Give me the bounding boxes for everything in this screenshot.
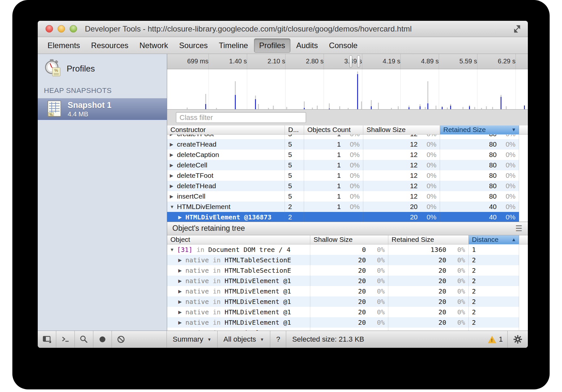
snapshot-item[interactable]: % Snapshot 1 4.4 MB [38, 98, 167, 120]
tree-column-header-distance[interactable]: Distance▲ [469, 235, 519, 244]
tree-shallow-size-cell-value: 20 [310, 319, 366, 326]
expand-arrow-icon[interactable]: ▶ [176, 299, 185, 304]
column-header-d-[interactable]: D... [285, 125, 304, 135]
expand-arrow-icon[interactable]: ▶ [176, 320, 185, 325]
constructor-row[interactable]: ▶deleteTHead510%120%800% [167, 181, 528, 191]
retainer-object-name: HTMLTableSectionE [224, 256, 291, 264]
profiles-label: Profiles [67, 64, 95, 74]
retainer-object-name: HTMLDivElement @1 [224, 319, 291, 326]
retained-size-cell: 800% [440, 170, 519, 181]
histogram-bar-total [258, 104, 259, 109]
tab-profiles[interactable]: Profiles [254, 38, 290, 53]
histogram-bar-total [492, 107, 493, 109]
objects-count-cell-percent: 0% [341, 203, 363, 211]
tab-resources[interactable]: Resources [86, 38, 134, 53]
dock-side-icon[interactable] [38, 331, 56, 348]
tree-retained-size-cell: 200% [388, 255, 469, 265]
expand-arrow-icon[interactable]: ▶ [167, 135, 177, 137]
tree-shallow-size-cell-percent: 0% [366, 298, 388, 306]
expand-arrow-icon[interactable]: ▶ [176, 309, 185, 315]
retainer-row[interactable]: ▶native in HTMLTableSectionE200%200%2 [167, 265, 528, 276]
collapse-arrow-icon[interactable]: ▼ [167, 204, 177, 209]
timeline-ruler: 699 ms1.40 s2.10 s2.80 s3.49 s4.19 s4.89… [167, 54, 528, 69]
class-filter-input[interactable] [176, 112, 306, 123]
expand-arrow-icon[interactable]: ▶ [176, 278, 185, 283]
retaining-tree-title: Object's retaining tree [172, 224, 515, 233]
retainer-row[interactable]: ▶native in HTMLDivElement @1200%200%2 [167, 328, 528, 331]
close-button[interactable] [46, 25, 53, 33]
constructor-row[interactable]: ▶insertCell510%120%800% [167, 191, 528, 202]
retainer-row[interactable]: ▶native in HTMLTableSectionE200%200%2 [167, 255, 528, 265]
status-bar: Summary ▼ All objects ▼ ? Selected size:… [38, 331, 528, 348]
constructor-row[interactable]: ▶createTHead510%120%800% [167, 139, 528, 150]
tab-elements[interactable]: Elements [42, 38, 85, 53]
expand-arrow-icon[interactable]: ▶ [167, 194, 177, 199]
retained-size-cell: 800% [440, 160, 519, 170]
constructor-name: HTMLDivElement @136873 [185, 213, 272, 221]
tab-console[interactable]: Console [324, 38, 363, 53]
histogram-bar-used [524, 106, 525, 109]
column-header-retained-size[interactable]: Retained Size▼ [440, 125, 519, 135]
histogram-bar-total [481, 108, 482, 109]
tab-network[interactable]: Network [134, 38, 173, 53]
undock-expand-icon[interactable] [512, 24, 522, 34]
expand-arrow-icon[interactable]: ▶ [176, 268, 185, 273]
retainer-row[interactable]: ▶native in HTMLDivElement @1200%200%2 [167, 317, 528, 328]
histogram-bar-used [469, 106, 470, 109]
constructor-row[interactable]: ▶createTFoot510%120%800% [167, 135, 528, 139]
objects-filter-select[interactable]: All objects ▼ [218, 331, 270, 348]
tree-column-header-retained-size[interactable]: Retained Size [388, 235, 469, 244]
warnings-counter[interactable]: ! 1 [483, 335, 507, 344]
search-icon[interactable] [75, 331, 93, 348]
retainer-row[interactable]: ▶native in HTMLDivElement @1200%200%2 [167, 307, 528, 317]
retainer-row[interactable]: ▼[31] in Document DOM tree / 400%13600%1 [167, 244, 528, 255]
expand-arrow-icon[interactable]: ▶ [167, 142, 177, 147]
expand-arrow-icon[interactable]: ▶ [167, 173, 177, 178]
expand-arrow-icon[interactable]: ▶ [176, 215, 185, 220]
objects-count-cell: 10% [304, 170, 363, 181]
heap-snapshot-view: 699 ms1.40 s2.10 s2.80 s3.49 s4.19 s4.89… [167, 54, 528, 331]
retainer-row[interactable]: ▶native in HTMLDivElement @1200%200%2 [167, 286, 528, 296]
constructor-row[interactable]: ▶deleteTFoot510%120%800% [167, 170, 528, 181]
tab-audits[interactable]: Audits [291, 38, 323, 53]
sort-arrow-icon: ▲ [511, 235, 516, 244]
clear-icon[interactable] [112, 331, 130, 348]
expand-arrow-icon[interactable]: ▶ [167, 183, 177, 189]
shallow-size-cell-percent: 0% [418, 172, 440, 179]
collapse-arrow-icon[interactable]: ▼ [167, 247, 177, 252]
tab-sources[interactable]: Sources [174, 38, 213, 53]
tree-column-header-shallow-size[interactable]: Shallow Size [310, 235, 388, 244]
retainer-row[interactable]: ▶native in HTMLDivElement @1200%200%2 [167, 276, 528, 286]
tree-column-header-object[interactable]: Object [167, 235, 310, 244]
expand-arrow-icon[interactable]: ▶ [176, 257, 185, 263]
constructor-row[interactable]: ▶HTMLDivElement @1368732200%400% [167, 212, 528, 222]
constructor-name-cell: ▶deleteTHead [167, 181, 285, 191]
pane-menu-icon[interactable]: ☰ [515, 224, 522, 233]
retainer-row[interactable]: ▶native in HTMLDivElement @1200%200%2 [167, 296, 528, 307]
help-button[interactable]: ? [270, 331, 286, 348]
ruler-label: 2.80 s [290, 58, 324, 65]
expand-arrow-icon[interactable]: ▶ [167, 163, 177, 168]
view-select[interactable]: Summary ▼ [167, 331, 217, 348]
column-header-shallow-size[interactable]: Shallow Size [363, 125, 440, 135]
range-slider-handle[interactable] [349, 55, 352, 68]
column-header-objects-count[interactable]: Objects Count [304, 125, 363, 135]
objects-count-cell-value: 1 [304, 135, 341, 138]
settings-gear-icon[interactable] [508, 331, 528, 348]
tab-timeline[interactable]: Timeline [214, 38, 253, 53]
histogram-bar-total [216, 108, 217, 109]
expand-arrow-icon[interactable]: ▶ [176, 330, 185, 331]
record-icon[interactable] [93, 331, 112, 348]
column-header-constructor[interactable]: Constructor [167, 125, 285, 135]
constructor-row[interactable]: ▶deleteCaption510%120%800% [167, 150, 528, 160]
window-title: Developer Tools - http://closure-library… [85, 24, 412, 33]
constructor-row[interactable]: ▶deleteCell510%120%800% [167, 160, 528, 170]
show-console-icon[interactable] [56, 331, 74, 348]
shallow-size-cell-value: 12 [363, 140, 418, 148]
expand-arrow-icon[interactable]: ▶ [176, 289, 185, 294]
expand-arrow-icon[interactable]: ▶ [167, 152, 177, 157]
constructor-row[interactable]: ▼HTMLDivElement210%200%400% [167, 202, 528, 212]
range-slider-handle[interactable] [357, 55, 360, 68]
zoom-button[interactable] [70, 25, 77, 33]
minimize-button[interactable] [58, 25, 65, 33]
